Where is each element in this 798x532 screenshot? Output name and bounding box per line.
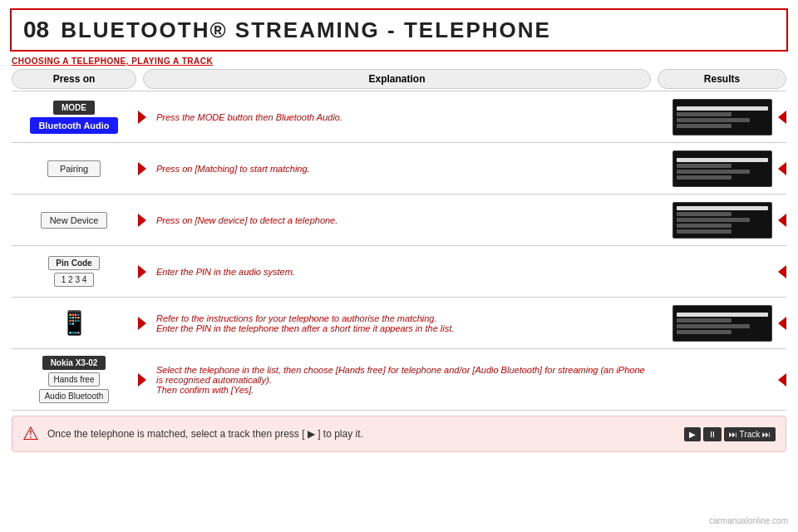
nokia-options: Hands free Audio Bluetooth — [18, 372, 130, 403]
explanation-cell-1: Press the MODE button then Bluetooth Aud… — [136, 109, 658, 126]
press-cell-2: Pairing — [12, 157, 136, 180]
play-button[interactable]: ▶ — [684, 427, 701, 441]
explanation-cell-4: Enter the PIN in the audio system. — [136, 264, 658, 280]
results-cell-6 — [658, 377, 786, 383]
results-cell-4 — [658, 268, 786, 275]
mode-button[interactable]: MODE — [53, 101, 95, 115]
phone-device-icon: 📱 — [57, 307, 91, 340]
col-header-explanation: Explanation — [143, 69, 651, 89]
result-screen-5 — [672, 305, 772, 342]
table-row: Nokia X3-02 Hands free Audio Bluetooth S… — [12, 348, 786, 411]
tip-warning-icon: ⚠ — [22, 423, 39, 445]
nokia-button[interactable]: Nokia X3-02 — [42, 356, 106, 370]
track-next-button[interactable]: ⏭ Track ⏭ — [724, 427, 776, 441]
result-screen-2 — [672, 150, 772, 187]
explanation-cell-6: Select the telephone in the list, then c… — [136, 362, 658, 398]
pin-code-value[interactable]: 1 2 3 4 — [54, 273, 95, 287]
results-cell-1 — [658, 96, 786, 139]
explanation-cell-2: Press on [Matching] to start matching. — [136, 160, 658, 177]
chapter-title: BLUETOOTH® STREAMING - TELEPHONE — [61, 17, 551, 43]
table-row: Pairing Press on [Matching] to start mat… — [12, 142, 786, 194]
table-row: New Device Press on [New device] to dete… — [12, 194, 786, 245]
watermark: carmanualonline.com — [709, 516, 788, 525]
bluetooth-audio-button[interactable]: Bluetooth Audio — [30, 117, 117, 134]
results-cell-3 — [658, 199, 786, 242]
press-cell-4: Pin Code 1 2 3 4 — [12, 253, 136, 290]
section-subheader: CHOOSING A TELEPHONE, PLAYING A TRACK — [12, 57, 786, 66]
table-body: MODE Bluetooth Audio Press the MODE butt… — [12, 91, 786, 411]
pairing-button[interactable]: Pairing — [47, 160, 101, 177]
bottom-tip-bar: ⚠ Once the telephone is matched, select … — [12, 416, 786, 452]
result-screen-1 — [672, 99, 772, 135]
tip-playback-controls: ▶ ⏸ ⏭ Track ⏭ — [684, 427, 776, 441]
explanation-cell-5: Refer to the instructions for your telep… — [136, 310, 658, 337]
press-cell-5: 📱 — [12, 303, 136, 343]
press-cell-3: New Device — [12, 209, 136, 232]
press-cell-6: Nokia X3-02 Hands free Audio Bluetooth — [12, 352, 136, 406]
pin-code-label: Pin Code — [48, 256, 99, 270]
results-cell-2 — [658, 147, 786, 190]
results-cell-5 — [658, 302, 786, 345]
hands-free-button[interactable]: Hands free — [48, 372, 101, 387]
chapter-number: 08 — [23, 17, 49, 43]
audio-bluetooth-button[interactable]: Audio Bluetooth — [39, 389, 110, 403]
press-cell-1: MODE Bluetooth Audio — [12, 97, 136, 137]
table-row: 📱 Refer to the instructions for your tel… — [12, 297, 786, 348]
table-column-headers: Press on Explanation Results — [12, 69, 786, 89]
table-row: MODE Bluetooth Audio Press the MODE butt… — [12, 91, 786, 142]
new-device-button[interactable]: New Device — [41, 212, 108, 229]
col-header-results: Results — [658, 69, 786, 89]
result-screen-3 — [672, 202, 772, 239]
pause-button[interactable]: ⏸ — [703, 427, 722, 441]
page-header: 08 BLUETOOTH® STREAMING - TELEPHONE — [10, 8, 788, 52]
explanation-cell-3: Press on [New device] to detect a teleph… — [136, 212, 658, 229]
tip-text: Once the telephone is matched, select a … — [47, 428, 676, 440]
table-row: Pin Code 1 2 3 4 Enter the PIN in the au… — [12, 245, 786, 297]
col-header-press: Press on — [12, 69, 136, 89]
